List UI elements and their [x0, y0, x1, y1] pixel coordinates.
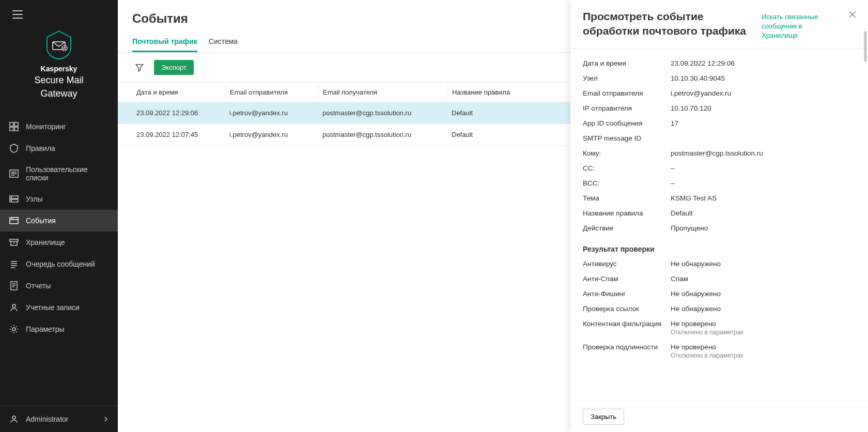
menu-toggle[interactable]	[0, 0, 118, 25]
nav-nodes[interactable]: Узлы	[0, 188, 118, 210]
shield-icon	[9, 144, 19, 153]
v-auth-sub: Отключено в параметрах	[671, 352, 856, 359]
v-action: Пропущено	[671, 224, 856, 232]
nav-user-label: Administrator	[26, 415, 68, 423]
tab-mail-traffic[interactable]: Почтовый трафик	[132, 32, 197, 52]
scan-section-title: Результат проверки	[583, 236, 856, 256]
nav-reports[interactable]: Отчеты	[0, 275, 118, 297]
k-ap: Анти-Фишинг	[583, 290, 671, 298]
k-links: Проверка ссылок	[583, 305, 671, 313]
cell-datetime: 23.09.2022 12:07:45	[132, 126, 225, 144]
brand-logo	[46, 30, 72, 59]
v-bcc: –	[671, 179, 856, 187]
close-icon	[848, 10, 857, 19]
v-subject: KSMG Test AS	[671, 194, 856, 202]
nav-settings[interactable]: Параметры	[0, 318, 118, 340]
brand: Kaspersky Secure Mail Gateway	[0, 25, 118, 116]
nav-queue[interactable]: Очередь сообщений	[0, 253, 118, 275]
nav-lists[interactable]: Пользовательские списки	[0, 159, 118, 188]
filter-button[interactable]	[132, 60, 147, 75]
col-datetime[interactable]: Дата и время	[132, 83, 225, 101]
v-datetime: 23.09.2022 12:29:06	[671, 59, 856, 67]
cell-sender: i.petrov@yandex.ru	[225, 126, 318, 144]
svg-rect-6	[14, 127, 18, 131]
v-sender-ip: 10.10.70.120	[671, 104, 856, 112]
gear-icon	[9, 325, 19, 334]
brand-name-2a: Secure Mail	[5, 74, 113, 86]
k-sender: Email отправителя	[583, 89, 671, 97]
nav-label: Мониторинг	[26, 122, 66, 131]
svg-rect-12	[10, 218, 18, 224]
k-content: Контентная фильтрация	[583, 320, 671, 328]
k-av: Антивирус	[583, 260, 671, 268]
svg-point-10	[11, 196, 11, 197]
cell-sender: i.petrov@yandex.ru	[225, 104, 318, 122]
nav-accounts[interactable]: Учетные записи	[0, 297, 118, 318]
hamburger-icon	[12, 10, 23, 19]
cell-recipient: postmaster@cgp.tssolution.ru	[318, 126, 447, 144]
v-as: Спам	[671, 275, 856, 283]
chevron-right-icon	[103, 415, 109, 423]
nav-monitoring[interactable]: Мониторинг	[0, 116, 118, 137]
panel-title: Просмотреть событие обработки почтового …	[583, 9, 753, 39]
v-ap: Не обнаружено	[671, 290, 856, 298]
k-to: Кому:	[583, 149, 671, 157]
main: События Почтовый трафик Система Экспорт …	[118, 0, 868, 432]
svg-rect-4	[14, 122, 18, 126]
nav-rules[interactable]: Правила	[0, 137, 118, 159]
search-related-link[interactable]: Искать связанные сообщения в Хранилище	[762, 9, 836, 41]
nav-storage[interactable]: Хранилище	[0, 232, 118, 253]
nav-label: Пользовательские списки	[26, 165, 109, 182]
v-node: 10.10.30.40:9045	[671, 74, 856, 82]
nav-user-menu[interactable]: Administrator	[0, 406, 118, 432]
user-icon	[9, 303, 19, 312]
v-auth: Не проверено Отключено в параметрах	[671, 343, 856, 359]
brand-name-2b: Gateway	[5, 87, 113, 100]
svg-rect-3	[10, 122, 13, 126]
col-sender[interactable]: Email отправителя	[225, 83, 318, 101]
server-icon	[9, 194, 19, 204]
admin-user-icon	[9, 414, 19, 424]
svg-rect-13	[10, 239, 18, 241]
v-links: Не обнаружено	[671, 305, 856, 313]
nav-label: Учетные записи	[26, 303, 80, 312]
col-recipient[interactable]: Email получателя	[318, 83, 447, 101]
k-datetime: Дата и время	[583, 59, 671, 67]
nav-label: Параметры	[26, 325, 65, 333]
v-sender: i.petrov@yandex.ru	[671, 89, 856, 97]
k-cc: CC:	[583, 164, 671, 172]
svg-point-11	[11, 200, 11, 200]
cell-recipient: postmaster@cgp.tssolution.ru	[318, 104, 447, 122]
export-button[interactable]: Экспорт	[154, 60, 194, 75]
panel-close-footer-button[interactable]: Закрыть	[583, 409, 624, 425]
event-detail-panel: Просмотреть событие обработки почтового …	[570, 0, 868, 432]
v-cc: –	[671, 164, 856, 172]
archive-icon	[9, 238, 19, 247]
panel-close-button[interactable]	[848, 9, 857, 20]
nav: Мониторинг Правила Пользовательские спис…	[0, 116, 118, 406]
k-appid: App ID сообщения	[583, 119, 671, 127]
v-content: Не проверено Отключено в параметрах	[671, 320, 856, 336]
k-subject: Тема	[583, 194, 671, 202]
k-node: Узел	[583, 74, 671, 82]
nav-label: Правила	[26, 144, 55, 152]
svg-rect-14	[11, 282, 17, 290]
v-appid: 17	[671, 119, 856, 127]
tab-system[interactable]: Система	[209, 32, 238, 52]
nav-events[interactable]: События	[0, 210, 118, 232]
v-content-main: Не проверено	[671, 320, 716, 328]
v-av: Не обнаружено	[671, 260, 856, 268]
v-rule[interactable]: Default	[671, 209, 856, 217]
k-as: Анти-Спам	[583, 275, 671, 283]
panel-body: Дата и время23.09.2022 12:29:06 Узел10.1…	[570, 49, 868, 401]
svg-point-15	[12, 304, 16, 307]
k-bcc: BCC:	[583, 179, 671, 187]
nav-label: Отчеты	[26, 282, 51, 290]
svg-rect-5	[10, 127, 13, 131]
cell-datetime: 23.09.2022 12:29:06	[132, 104, 225, 122]
dashboard-icon	[9, 122, 19, 131]
svg-point-16	[12, 328, 16, 331]
v-auth-main: Не проверено	[671, 343, 716, 351]
k-action: Действие	[583, 224, 671, 232]
report-icon	[9, 281, 19, 290]
